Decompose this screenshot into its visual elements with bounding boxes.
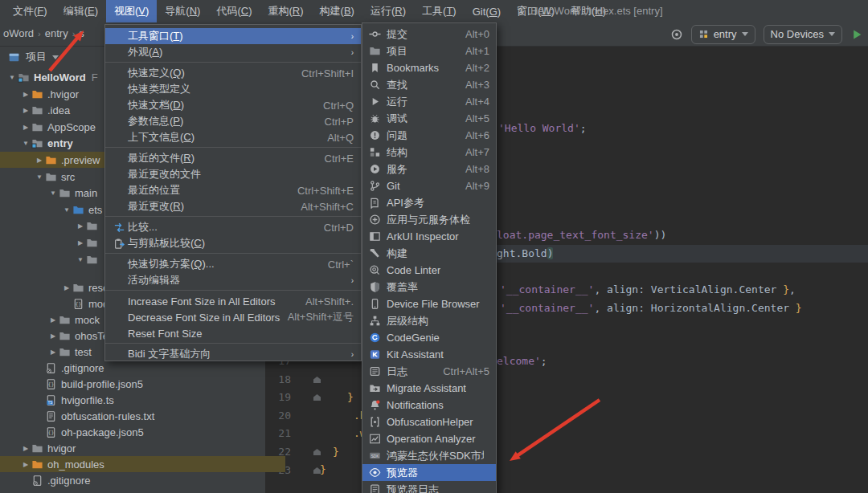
view-menu-item[interactable]: 快速类型定义 [105,81,361,97]
menubar-item[interactable]: 视图(V) [106,0,157,22]
breadcrumb-item[interactable]: oWord [3,27,34,39]
module-selector[interactable]: entry [691,25,755,44]
tree-item-.gitignore[interactable]: .gitignore [0,472,285,488]
breadcrumb-item[interactable]: s [79,27,84,39]
menubar-item[interactable]: 导航(N) [157,0,208,22]
view-menu-item[interactable]: 参数信息(P)Ctrl+P [105,113,361,129]
menubar-item[interactable]: 构建(B) [312,0,362,22]
tool-window-menu-item[interactable]: Migrate Assistant [362,380,496,397]
tool-window-menu-item[interactable]: 提交Alt+0 [362,26,496,43]
view-menu-item[interactable]: Increase Font Size in All EditorsAlt+Shi… [105,293,361,309]
chevron-expanded-icon[interactable]: ▼ [75,256,86,263]
tool-window-menu-item[interactable]: Kit Assistant [362,346,496,363]
modfolder-icon [31,137,43,149]
fold-marker-icon[interactable] [313,394,321,401]
tool-window-menu-item[interactable]: 问题Alt+6 [362,127,496,144]
tool-window-menu-item[interactable]: Device File Browser [362,295,496,312]
view-menu-item[interactable]: 比较...Ctrl+D [105,219,361,235]
chevron-expanded-icon[interactable]: ▼ [6,74,18,81]
menu-item-shortcut: Ctrl+` [328,259,354,271]
tool-window-menu-item[interactable]: 层级结构 [362,312,496,329]
tool-window-menu-item[interactable]: BookmarksAlt+2 [362,59,496,76]
tool-window-menu-item[interactable]: Code Linter [362,262,496,279]
target-icon[interactable] [670,28,683,41]
chevron-collapsed-icon[interactable]: ▶ [20,124,31,131]
tree-item-label: build-profile.json5 [61,378,143,390]
run-button[interactable] [850,28,863,41]
tool-window-menu-item[interactable]: 服务Alt+8 [362,161,496,177]
view-menu-item[interactable]: 工具窗口(T)› [105,28,361,44]
run-icon [369,96,381,108]
tool-window-menu-item[interactable]: Notifications [362,397,496,414]
menu-item-shortcut: Alt+Shift+C [301,201,354,213]
device-selector[interactable]: No Devices [764,25,842,44]
tool-window-menu-item[interactable]: 预览器 [362,464,496,481]
view-menu-item[interactable]: 上下文信息(C)Alt+Q [105,129,361,145]
tool-window-menu-item[interactable]: ArkUI Inspector [362,228,496,245]
menubar-item[interactable]: 编辑(E) [55,0,106,22]
tree-item-hvigor[interactable]: ▶hvigor [0,440,285,456]
chevron-collapsed-icon[interactable]: ▶ [20,445,31,452]
tool-window-menu-item[interactable]: 覆盖率 [362,279,496,295]
chevron-collapsed-icon[interactable]: ▶ [20,91,31,98]
chevron-collapsed-icon[interactable]: ▶ [61,284,72,291]
menu-item-shortcut: Ctrl+Shift+I [301,67,354,79]
fold-marker-icon[interactable] [313,377,321,383]
view-menu-item[interactable]: 快速定义(Q)Ctrl+Shift+I [105,65,361,81]
tool-window-menu-item[interactable]: 构建 [362,245,496,262]
chevron-collapsed-icon[interactable]: ▶ [47,332,59,340]
view-menu-item[interactable]: 与剪贴板比较(C) [105,235,361,251]
breadcrumb-item[interactable]: entry [45,27,68,39]
tree-item-hvigorfile.ts[interactable]: TShvigorfile.ts [0,392,299,408]
view-menu-item[interactable]: 最近的文件(R)Ctrl+E [105,150,361,166]
chevron-collapsed-icon[interactable]: ▶ [47,348,59,356]
chevron-collapsed-icon[interactable]: ▶ [20,461,31,468]
menubar-item[interactable]: 文件(F) [5,0,55,22]
tree-item-oh-package.json5[interactable]: {}oh-package.json5 [0,424,299,440]
chevron-collapsed-icon[interactable]: ▶ [20,107,31,114]
menubar-item[interactable]: 运行(R) [362,0,414,22]
view-menu-item[interactable]: 快速文档(D)Ctrl+Q [105,97,361,113]
tree-item-build-profile.json5[interactable]: {}build-profile.json5 [0,376,299,392]
tool-window-menu-item[interactable]: Operation Analyzer [362,430,496,447]
tool-window-menu-item[interactable]: 日志Ctrl+Alt+5 [362,363,496,380]
view-menu-item[interactable]: Decrease Font Size in All EditorsAlt+Shi… [105,309,361,325]
chevron-collapsed-icon[interactable]: ▶ [34,157,45,164]
tree-item-obfuscation-rules.txt[interactable]: obfuscation-rules.txt [0,408,299,424]
tool-window-menu-item[interactable]: 运行Alt+4 [362,93,496,110]
fold-marker-icon[interactable] [313,449,321,455]
tool-window-menu-item[interactable]: API参考 [362,194,496,211]
menubar-item[interactable]: 工具(T) [414,0,465,22]
tool-window-menu-item[interactable]: 查找Alt+3 [362,76,496,93]
tool-window-menu-item[interactable]: 应用与元服务体检 [362,211,496,228]
view-menu-item[interactable]: 最近更改的文件 [105,166,361,182]
chevron-collapsed-icon[interactable]: ▶ [75,222,86,230]
tool-window-menu-item[interactable]: 预览器日志 [362,481,496,493]
view-menu-item[interactable]: 活动编辑器› [105,272,361,288]
tool-window-menu-item[interactable]: SDK鸿蒙生态伙伴SDK市场 [362,447,496,464]
chevron-expanded-icon[interactable]: ▼ [61,206,72,214]
menubar-item[interactable]: 代码(C) [208,0,260,22]
chevron-expanded-icon[interactable]: ▼ [20,140,31,147]
chevron-collapsed-icon[interactable]: ▶ [75,239,86,246]
view-menu-item[interactable]: Bidi 文字基础方向› [105,346,361,361]
tool-window-menu-item[interactable]: GitAlt+9 [362,177,496,194]
view-menu-item[interactable]: 最近更改(R)Alt+Shift+C [105,198,361,214]
view-menu-item[interactable]: 最近的位置Ctrl+Shift+E [105,182,361,198]
chevron-expanded-icon[interactable]: ▼ [47,189,59,197]
chevron-collapsed-icon[interactable]: ▶ [47,316,59,324]
tool-window-menu-item[interactable]: 项目Alt+1 [362,43,496,59]
tree-item-.gitignore[interactable]: .gitignore [0,360,299,376]
view-menu-item[interactable]: 外观(A)› [105,44,361,60]
menubar-item[interactable]: 重构(R) [260,0,312,22]
tool-window-menu-item[interactable]: CodeGenie [362,329,496,346]
tool-window-menu-item[interactable]: ObfuscationHelper [362,414,496,430]
tool-window-menu-item[interactable]: 调试Alt+5 [362,110,496,127]
view-menu-item[interactable]: Reset Font Size [105,325,361,341]
view-menu-item[interactable]: 快速切换方案(Q)...Ctrl+` [105,256,361,272]
chevron-expanded-icon[interactable]: ▼ [34,173,45,181]
tool-window-menu-item[interactable]: 结构Alt+7 [362,144,496,161]
menubar-item[interactable]: Git(G) [465,2,509,22]
tree-item-label: test [75,346,92,358]
tree-item-oh_modules[interactable]: ▶oh_modules [0,456,285,472]
